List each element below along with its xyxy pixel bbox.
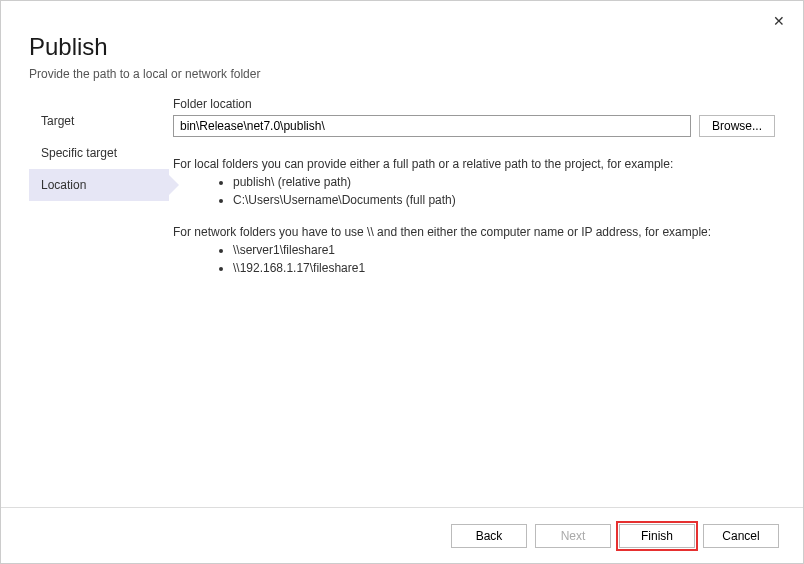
dialog-subtitle: Provide the path to a local or network f…: [29, 67, 775, 81]
folder-location-label: Folder location: [173, 97, 775, 111]
step-location[interactable]: Location: [29, 169, 169, 201]
wizard-steps: Target Specific target Location: [29, 97, 169, 291]
step-target[interactable]: Target: [29, 105, 169, 137]
dialog-footer: Back Next Finish Cancel: [1, 507, 803, 563]
local-help-intro: For local folders you can provide either…: [173, 157, 673, 171]
local-help: For local folders you can provide either…: [173, 155, 775, 209]
main-panel: Folder location Browse... For local fold…: [169, 97, 775, 291]
browse-button[interactable]: Browse...: [699, 115, 775, 137]
finish-button[interactable]: Finish: [619, 524, 695, 548]
network-help: For network folders you have to use \\ a…: [173, 223, 775, 277]
local-example-1: publish\ (relative path): [233, 173, 775, 191]
next-button: Next: [535, 524, 611, 548]
network-help-intro: For network folders you have to use \\ a…: [173, 225, 711, 239]
close-button[interactable]: ✕: [767, 9, 791, 33]
dialog-header: Publish Provide the path to a local or n…: [1, 1, 803, 97]
folder-location-input[interactable]: [173, 115, 691, 137]
network-example-2: \\192.168.1.17\fileshare1: [233, 259, 775, 277]
step-specific-target[interactable]: Specific target: [29, 137, 169, 169]
back-button[interactable]: Back: [451, 524, 527, 548]
dialog-title: Publish: [29, 33, 775, 61]
network-example-1: \\server1\fileshare1: [233, 241, 775, 259]
local-example-2: C:\Users\Username\Documents (full path): [233, 191, 775, 209]
cancel-button[interactable]: Cancel: [703, 524, 779, 548]
